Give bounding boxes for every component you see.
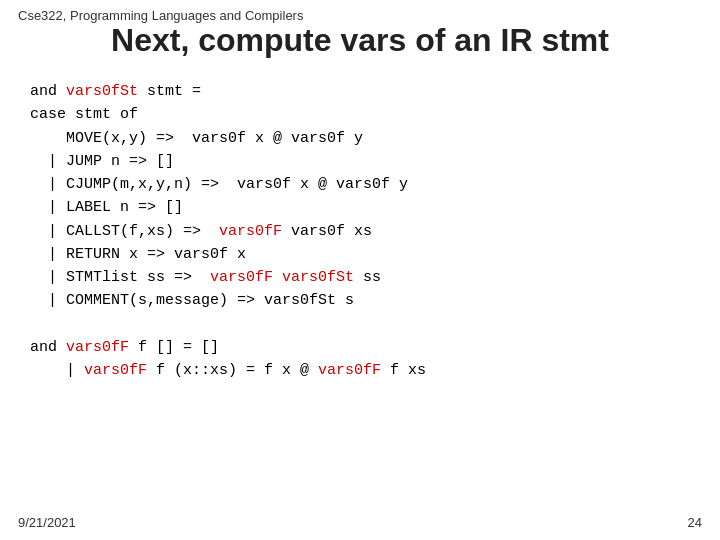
code-line-9: | STMTlist ss => vars0fF vars0fSt ss: [30, 266, 690, 289]
text-red: vars0fF: [219, 223, 282, 240]
text-plain: | RETURN x => vars0f x: [30, 246, 246, 263]
text-plain: f [] = []: [129, 339, 219, 356]
text-plain: | CALLST(f,xs) =>: [30, 223, 219, 240]
content-area: and vars0fSt stmt = case stmt of MOVE(x,…: [30, 80, 690, 382]
code-line-7: | CALLST(f,xs) => vars0fF vars0f xs: [30, 220, 690, 243]
text-plain: MOVE(x,y) => vars0f x @ vars0f y: [30, 130, 363, 147]
text-red: vars0fF: [84, 362, 147, 379]
page-title: Next, compute vars of an IR stmt: [0, 22, 720, 59]
text-plain: [273, 269, 282, 286]
blank-line: [30, 313, 690, 336]
text-red: vars0fF: [66, 339, 129, 356]
text-plain: | CJUMP(m,x,y,n) => vars0f x @ vars0f y: [30, 176, 408, 193]
code-line-3: MOVE(x,y) => vars0f x @ vars0f y: [30, 127, 690, 150]
code-line-6: | LABEL n => []: [30, 196, 690, 219]
text-plain: |: [30, 362, 84, 379]
text-plain: | STMTlist ss =>: [30, 269, 210, 286]
code-line-4: | JUMP n => []: [30, 150, 690, 173]
text-plain: ss: [354, 269, 381, 286]
text-red: vars0fF: [210, 269, 273, 286]
text-plain: | COMMENT(s,message) => vars0fSt s: [30, 292, 354, 309]
footer-date: 9/21/2021: [18, 515, 76, 530]
footer-page: 24: [688, 515, 702, 530]
text-plain: f xs: [381, 362, 426, 379]
text-plain: f (x::xs) = f x @: [147, 362, 318, 379]
text-plain: stmt =: [138, 83, 201, 100]
text-plain: | JUMP n => []: [30, 153, 174, 170]
text-red: vars0fSt: [66, 83, 138, 100]
text-red: vars0fSt: [282, 269, 354, 286]
text-plain: and: [30, 83, 66, 100]
code-line-5: | CJUMP(m,x,y,n) => vars0f x @ vars0f y: [30, 173, 690, 196]
code-line-12: | vars0fF f (x::xs) = f x @ vars0fF f xs: [30, 359, 690, 382]
text-plain: case stmt of: [30, 106, 138, 123]
text-plain: | LABEL n => []: [30, 199, 183, 216]
text-plain: and: [30, 339, 66, 356]
text-plain: vars0f xs: [282, 223, 372, 240]
code-line-2: case stmt of: [30, 103, 690, 126]
code-line-1: and vars0fSt stmt =: [30, 80, 690, 103]
course-label: Cse322, Programming Languages and Compil…: [18, 8, 303, 23]
text-red: vars0fF: [318, 362, 381, 379]
code-line-10: | COMMENT(s,message) => vars0fSt s: [30, 289, 690, 312]
code-line-11: and vars0fF f [] = []: [30, 336, 690, 359]
code-line-8: | RETURN x => vars0f x: [30, 243, 690, 266]
